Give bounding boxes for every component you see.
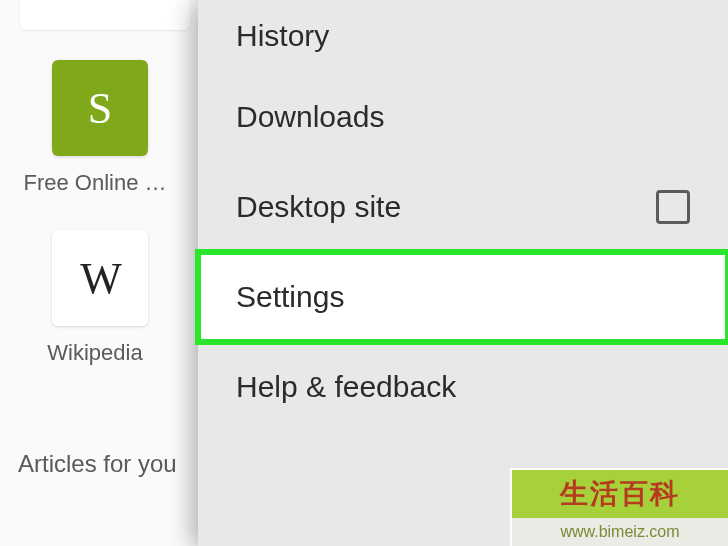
search-bar[interactable]	[20, 0, 190, 30]
tile-wikipedia[interactable]: W	[52, 230, 148, 326]
speed-dial-area: S Free Online … W Wikipedia	[0, 60, 200, 366]
menu-item-label: Settings	[236, 280, 344, 314]
overflow-menu: History Downloads Desktop site Settings …	[198, 0, 728, 546]
menu-item-desktop-site[interactable]: Desktop site	[198, 162, 728, 252]
articles-for-you-header: Articles for you	[18, 450, 177, 478]
watermark: 生活百科 www.bimeiz.com	[510, 468, 728, 546]
menu-item-label: Downloads	[236, 100, 384, 134]
tile-label: Free Online …	[0, 170, 190, 196]
wikipedia-w-icon: W	[80, 253, 120, 304]
tile-letter-icon: S	[88, 83, 112, 134]
tile-label: Wikipedia	[0, 340, 190, 366]
screen: S Free Online … W Wikipedia Articles for…	[0, 0, 728, 546]
watermark-url: www.bimeiz.com	[510, 518, 728, 546]
menu-item-label: History	[236, 19, 329, 53]
menu-item-history[interactable]: History	[198, 0, 728, 72]
menu-item-label: Help & feedback	[236, 370, 456, 404]
watermark-title: 生活百科	[510, 468, 728, 518]
menu-item-settings[interactable]: Settings	[198, 252, 728, 342]
menu-item-downloads[interactable]: Downloads	[198, 72, 728, 162]
desktop-site-checkbox[interactable]	[656, 190, 690, 224]
tile-free-online[interactable]: S	[52, 60, 148, 156]
menu-item-label: Desktop site	[236, 190, 401, 224]
menu-item-help-feedback[interactable]: Help & feedback	[198, 342, 728, 432]
